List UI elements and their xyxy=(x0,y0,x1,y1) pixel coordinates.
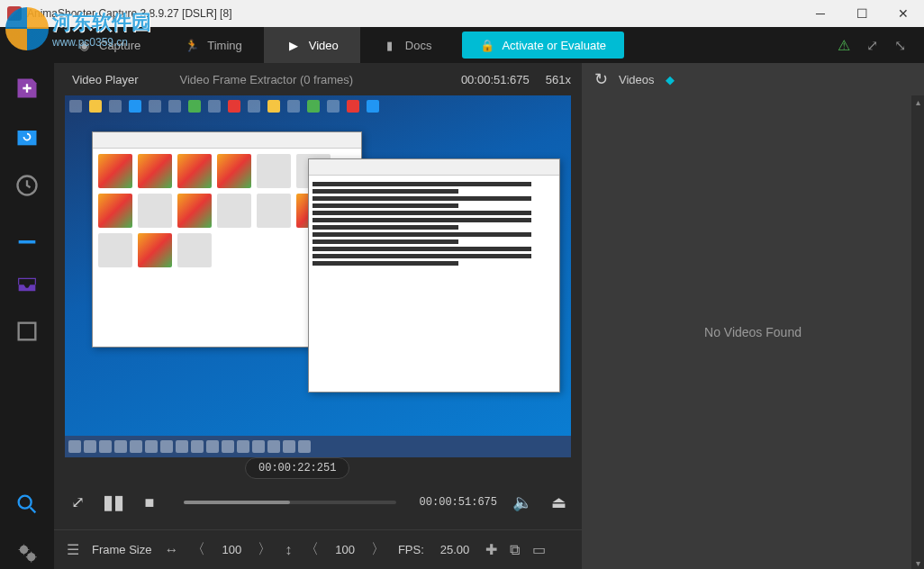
width-value: 100 xyxy=(218,543,245,556)
main-content: Video Player Video Frame Extractor (0 fr… xyxy=(0,63,924,569)
tab-video[interactable]: ▶ Video xyxy=(264,27,360,63)
dimensions-display: 561x xyxy=(546,73,571,86)
titlebar: AnimaShooter Capture 3.8.9.27 [DSLR] [8]… xyxy=(0,0,924,27)
close-button[interactable]: ✕ xyxy=(883,0,924,27)
fps-value: 25.00 xyxy=(437,543,474,556)
frame-icon[interactable] xyxy=(11,315,43,348)
window-title: AnimaShooter Capture 3.8.9.27 [DSLR] [8] xyxy=(27,7,231,20)
video-preview[interactable]: 00:00:22:251 xyxy=(65,95,571,457)
height-arrows-icon: ↕ xyxy=(285,542,292,558)
refresh-folder-icon[interactable] xyxy=(11,121,43,153)
expand-diag-icon[interactable]: ⤢ xyxy=(866,37,878,54)
stop-button[interactable]: ■ xyxy=(139,493,160,512)
bottom-toolbar: ☰ Frame Size ↔ 〈 100 〉 ↕ 〈 100 〉 FPS: 25… xyxy=(54,529,582,569)
svg-point-2 xyxy=(19,496,32,509)
center-panel: Video Player Video Frame Extractor (0 fr… xyxy=(54,63,582,569)
width-increase-button[interactable]: 〉 xyxy=(258,540,272,559)
sub-tabbar: Video Player Video Frame Extractor (0 fr… xyxy=(54,63,582,95)
running-icon: 🏃 xyxy=(184,37,200,53)
minimize-button[interactable]: ─ xyxy=(800,0,841,27)
videos-panel: ↻ Videos ◆ No Videos Found ▴ ▾ xyxy=(582,63,924,569)
videos-label: Videos xyxy=(619,73,655,86)
empty-state-text: No Videos Found xyxy=(704,325,802,339)
sliders-icon[interactable]: ☰ xyxy=(67,541,79,558)
crosshair-icon[interactable]: ✚ xyxy=(485,541,497,558)
timecode-bubble: 00:00:22:251 xyxy=(245,457,349,479)
tab-timing-label: Timing xyxy=(207,39,242,52)
scroll-down-icon[interactable]: ▾ xyxy=(911,556,924,569)
maximize-button[interactable]: ☐ xyxy=(841,0,883,27)
main-tabbar: ◉ Capture 🏃 Timing ▶ Video ▮ Docs 🔒 Acti… xyxy=(0,27,924,63)
activate-button[interactable]: 🔒 Activate or Evaluate xyxy=(462,32,624,59)
crop-icon[interactable]: ▭ xyxy=(532,541,546,558)
activate-label: Activate or Evaluate xyxy=(502,39,606,52)
warning-icon[interactable]: ⚠ xyxy=(838,37,850,54)
width-decrease-button[interactable]: 〈 xyxy=(191,540,205,559)
timecode-display: 00:00:51:675 xyxy=(461,73,530,86)
height-decrease-button[interactable]: 〈 xyxy=(304,540,319,559)
videos-panel-header: ↻ Videos ◆ xyxy=(582,63,924,95)
player-controls: ⤢ ▮▮ ■ 00:00:51:675 🔈 ⏏ xyxy=(54,475,582,529)
refresh-icon[interactable]: ↻ xyxy=(594,69,608,89)
tab-docs-label: Docs xyxy=(405,39,432,52)
tab-timing[interactable]: 🏃 Timing xyxy=(162,27,264,63)
fullscreen-icon[interactable]: ⤡ xyxy=(894,37,906,54)
scroll-up-icon[interactable]: ▴ xyxy=(911,95,924,108)
search-icon[interactable] xyxy=(11,488,43,520)
duration-label: 00:00:51:675 xyxy=(420,496,497,509)
left-sidebar xyxy=(0,63,54,569)
download-icon[interactable] xyxy=(11,218,43,250)
tab-video-label: Video xyxy=(309,39,339,52)
add-project-icon[interactable] xyxy=(11,72,43,104)
tab-docs[interactable]: ▮ Docs xyxy=(360,27,454,63)
svg-point-4 xyxy=(27,553,35,561)
videos-list: No Videos Found ▴ ▾ xyxy=(582,95,924,569)
subtab-player[interactable]: Video Player xyxy=(65,69,145,90)
frame-size-label: Frame Size xyxy=(92,543,151,556)
video-content xyxy=(65,95,571,457)
camera-icon: ◉ xyxy=(76,37,92,53)
eject-button[interactable]: ⏏ xyxy=(548,492,569,512)
app-icon xyxy=(7,6,22,21)
window-controls: ─ ☐ ✕ xyxy=(800,0,924,27)
copy-icon[interactable]: ⧉ xyxy=(510,542,520,558)
svg-point-3 xyxy=(20,546,28,554)
scrollbar[interactable]: ▴ ▾ xyxy=(911,95,924,569)
subtab-extractor[interactable]: Video Frame Extractor (0 frames) xyxy=(172,69,360,90)
lock-icon: 🔒 xyxy=(480,39,494,52)
pause-button[interactable]: ▮▮ xyxy=(103,491,124,514)
svg-rect-1 xyxy=(19,323,36,340)
clock-icon[interactable] xyxy=(11,169,43,202)
height-value: 100 xyxy=(331,543,358,556)
document-icon: ▮ xyxy=(382,37,398,53)
seek-slider[interactable] xyxy=(184,501,396,504)
fps-label: FPS: xyxy=(398,543,424,556)
tab-capture[interactable]: ◉ Capture xyxy=(54,27,162,63)
cube-icon[interactable]: ◆ xyxy=(666,73,675,86)
volume-icon[interactable]: 🔈 xyxy=(512,492,533,512)
resize-handle-icon[interactable]: ⤢ xyxy=(67,492,88,512)
inbox-icon[interactable] xyxy=(11,266,43,299)
width-arrows-icon: ↔ xyxy=(164,542,178,558)
play-icon: ▶ xyxy=(285,37,302,53)
settings-icon[interactable] xyxy=(11,537,43,569)
tab-capture-label: Capture xyxy=(99,39,140,52)
height-increase-button[interactable]: 〉 xyxy=(371,540,385,559)
